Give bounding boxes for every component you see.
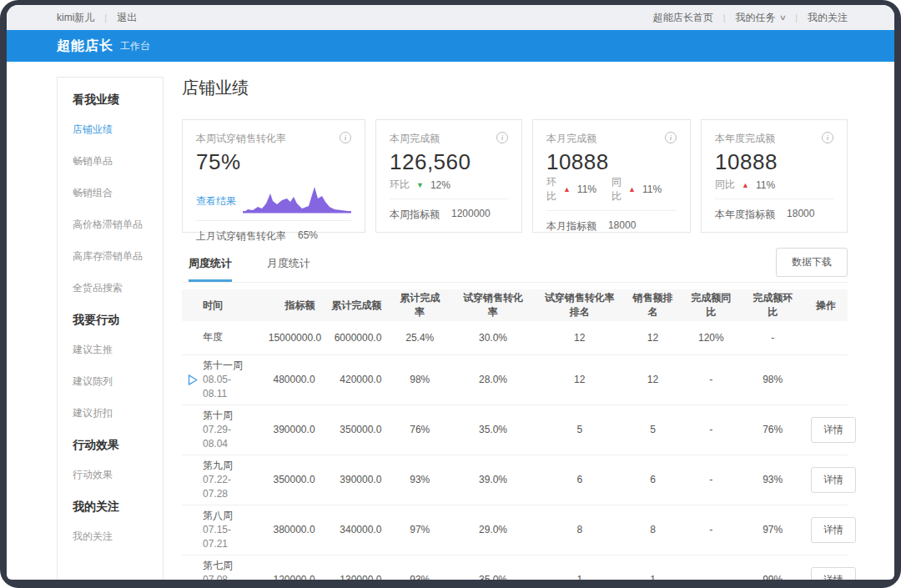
cell-cumulative-rate: 25.4% [388, 321, 451, 354]
tab[interactable]: 周度统计 [189, 256, 232, 282]
sidebar-item[interactable]: 高价格滞销单品 [73, 218, 149, 232]
cell-tryon-rank: 6 [535, 455, 625, 505]
tab[interactable]: 月度统计 [267, 256, 310, 282]
cell-yoy: - [681, 354, 741, 405]
period-name: 第十周 [203, 409, 255, 423]
sidebar-item[interactable]: 畅销单品 [73, 154, 149, 168]
divider: | [723, 13, 726, 23]
table-row: 第十周 07.29-08.04 390000.0 350000.0 76% 35… [182, 405, 848, 455]
card-title: 本周完成额 [390, 132, 440, 146]
trend-sparkline-chart [243, 175, 351, 214]
cell-tryon-rate: 29.0% [451, 505, 535, 555]
sidebar-item[interactable]: 建议主推 [73, 343, 149, 357]
sidebar: 看我业绩 店铺业绩畅销单品畅销组合高价格滞销单品高库存滞销单品全货品搜索 我要行… [57, 77, 164, 580]
info-icon[interactable]: i [496, 132, 508, 143]
card-footer-label: 本年度指标额 [715, 208, 775, 222]
nav-home-link[interactable]: 超能店长首页 [653, 11, 713, 25]
stats-table: 时间指标额累计完成额累计完成率试穿销售转化率试穿销售转化率排名销售额排名完成额同… [182, 289, 848, 580]
app-window: kimi新儿 | 退出 超能店长首页 | 我的任务 ∨ | 我的关注 超能店长 … [7, 5, 894, 580]
column-header: 累计完成率 [388, 289, 451, 321]
sidebar-section-results: 行动效果 行动效果 [73, 438, 149, 482]
cell-cumulative-rate: 97% [388, 505, 451, 555]
content-area: 看我业绩 店铺业绩畅销单品畅销组合高价格滞销单品高库存滞销单品全货品搜索 我要行… [7, 62, 894, 580]
cell-tryon-rate: 35.0% [451, 555, 535, 580]
cell-cumulative-amount: 420000.0 [322, 354, 389, 405]
cell-yoy: - [681, 555, 741, 580]
sidebar-item[interactable]: 畅销组合 [73, 186, 149, 200]
ratio-value: 12% [430, 179, 450, 191]
ratio-value: 11% [756, 179, 775, 191]
table-toolbar: 周度统计月度统计 数据下载 [182, 248, 848, 283]
card-title: 本月完成额 [546, 132, 596, 146]
sidebar-section-title: 我的关注 [73, 500, 149, 515]
cell-yoy: - [681, 405, 741, 455]
sidebar-section-performance: 看我业绩 店铺业绩畅销单品畅销组合高价格滞销单品高库存滞销单品全货品搜索 [73, 93, 149, 295]
play-icon[interactable] [187, 374, 199, 386]
sidebar-section-title: 行动效果 [73, 438, 149, 453]
sidebar-item[interactable]: 我的关注 [73, 530, 149, 544]
detail-button[interactable]: 详情 [811, 467, 856, 493]
sidebar-section-title: 看我业绩 [73, 93, 149, 108]
cell-sales-rank: 12 [625, 321, 682, 354]
sidebar-item[interactable]: 建议陈列 [73, 374, 149, 389]
cell-sales-rank: 5 [625, 405, 682, 455]
ratio-label: 同比 [612, 175, 622, 204]
column-header: 试穿销售转化率排名 [535, 289, 625, 321]
detail-button[interactable]: 详情 [811, 567, 856, 580]
period-dates: 07.08-07.14 [203, 573, 255, 580]
card-try-on-conversion: 本周试穿销售转化率 i 75% 查看结果 上月试穿销售转化率 65% [182, 119, 365, 233]
cell-tryon-rank: 1 [535, 555, 625, 580]
cell-mom: 99% [741, 555, 804, 580]
view-results-link[interactable]: 查看结果 [196, 194, 236, 209]
cell-cumulative-amount: 350000.0 [322, 405, 389, 455]
page-title: 店铺业绩 [182, 77, 848, 99]
nav-tasks-menu[interactable]: 我的任务 ∨ [736, 11, 786, 25]
up-arrow-icon: ▲ [628, 185, 636, 193]
table-row: 年度 15000000.0 6000000.0 25.4% 30.0% 12 1… [182, 321, 848, 354]
column-header: 操作 [804, 289, 848, 321]
sidebar-section-actions: 我要行动 建议主推建议陈列建议折扣 [73, 313, 149, 420]
card-footer-value: 18000 [608, 219, 636, 234]
card-week-completed: 本周完成额 i 126,560 环比 ▼ 12% 本周指标额 1200000 [375, 119, 522, 233]
column-header: 完成额同比 [681, 289, 741, 321]
sidebar-item[interactable]: 全货品搜索 [73, 281, 149, 295]
cell-sales-rank: 8 [625, 505, 682, 555]
ratio-label: 环比 [546, 175, 556, 204]
period-name: 第七周 [203, 559, 255, 573]
period-name: 第八周 [203, 509, 255, 523]
cell-cumulative-amount: 130000.0 [322, 555, 389, 580]
cell-cumulative-amount: 390000.0 [322, 455, 389, 505]
sidebar-item[interactable]: 店铺业绩 [73, 123, 149, 137]
info-icon[interactable]: i [340, 132, 351, 143]
period-dates: 07.22-07.28 [203, 473, 255, 501]
card-value: 126,560 [390, 149, 508, 175]
card-value: 75% [196, 149, 351, 175]
cell-cumulative-rate: 93% [388, 455, 451, 505]
card-footer-label: 上月试穿销售转化率 [196, 229, 286, 244]
nav-follow-link[interactable]: 我的关注 [808, 11, 848, 25]
column-header: 时间 [182, 289, 262, 321]
column-header: 指标额 [262, 289, 322, 321]
cell-yoy: 120% [681, 321, 741, 354]
sidebar-section-title: 我要行动 [73, 313, 149, 328]
info-icon[interactable]: i [822, 132, 833, 143]
sidebar-item[interactable]: 高库存滞销单品 [73, 249, 149, 264]
cell-cumulative-amount: 6000000.0 [322, 321, 389, 354]
stats-tabs: 周度统计月度统计 [182, 256, 310, 282]
sidebar-item[interactable]: 行动效果 [73, 468, 149, 482]
detail-button[interactable]: 详情 [811, 417, 856, 443]
cell-mom: 98% [741, 354, 804, 405]
card-title: 本年度完成额 [715, 132, 775, 146]
info-icon[interactable]: i [665, 132, 677, 143]
detail-button[interactable]: 详情 [811, 517, 856, 543]
logout-link[interactable]: 退出 [117, 11, 137, 25]
sidebar-item[interactable]: 建议折扣 [73, 406, 149, 420]
down-arrow-icon: ▼ [416, 181, 424, 189]
cell-cumulative-rate: 98% [388, 354, 451, 405]
up-arrow-icon: ▲ [742, 181, 749, 189]
cell-metric-amount: 390000.0 [262, 405, 322, 455]
table-row: 第十一周 08.05-08.11 480000.0 420000.0 98% 2… [182, 354, 848, 405]
data-download-button[interactable]: 数据下载 [776, 248, 848, 277]
cell-metric-amount: 480000.0 [262, 354, 322, 405]
cell-tryon-rate: 30.0% [451, 321, 535, 354]
